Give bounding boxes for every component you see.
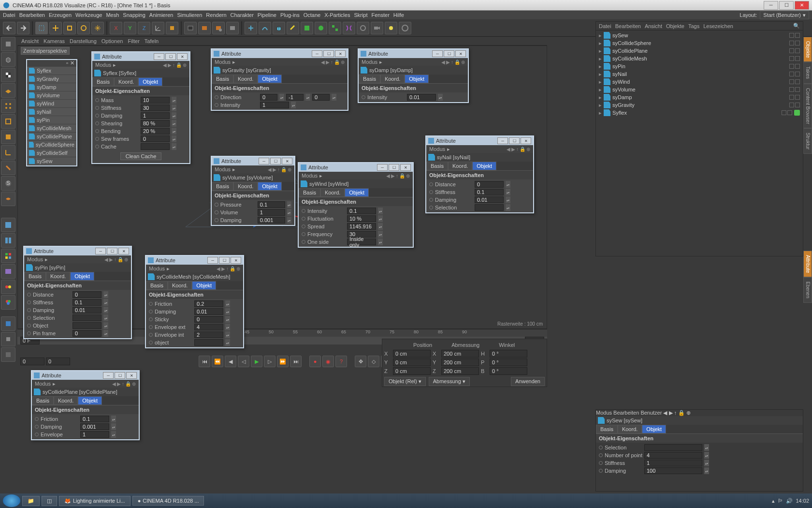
nav-back-icon[interactable]: ◀ — [321, 60, 325, 65]
nav-back-icon[interactable]: ◀ — [163, 62, 167, 68]
property-value-field[interactable]: 0.001 — [258, 217, 285, 224]
am-menu-item[interactable]: Modus — [596, 410, 612, 416]
tab-koord[interactable]: Koord. — [320, 188, 345, 197]
clean-cache-button[interactable]: Clean Cache — [120, 152, 162, 160]
list-item[interactable]: syCollideSphere — [27, 141, 76, 149]
dimension-field[interactable]: 200 cm — [441, 359, 479, 366]
property-value-field[interactable]: 1 — [80, 431, 109, 438]
modus-menu[interactable]: Modus — [429, 146, 445, 152]
stepper[interactable]: ▴▾ — [103, 307, 108, 314]
property-value-field[interactable]: 0 — [72, 291, 102, 298]
menu-item[interactable]: X-Particles — [324, 12, 350, 18]
tab-objekt[interactable]: Objekt — [345, 188, 369, 197]
tab-koord[interactable]: Koord. — [54, 396, 78, 405]
stepper[interactable]: ▴▾ — [378, 223, 383, 230]
nav-up-icon[interactable]: ↑ — [396, 173, 398, 179]
menu-item[interactable]: Rendern — [206, 12, 226, 18]
render-region[interactable] — [198, 22, 211, 34]
move-tool[interactable] — [49, 22, 62, 34]
play-button[interactable]: ▶ — [251, 356, 262, 367]
stepper[interactable]: ▴▾ — [103, 330, 108, 337]
panel-min-button[interactable]: ─ — [207, 257, 218, 264]
object-row[interactable]: ▸sySew — [597, 31, 802, 39]
model-mode[interactable] — [1, 37, 15, 51]
property-value-field[interactable]: 4 — [644, 452, 702, 459]
stepper[interactable]: ▴▾ — [704, 444, 709, 451]
tray-icon[interactable]: 🔊 — [786, 498, 793, 504]
point-mode[interactable] — [1, 99, 15, 113]
panel-titlebar[interactable]: Attribute ─☐✕ — [24, 247, 131, 255]
panel-max-button[interactable]: ☐ — [444, 50, 454, 57]
property-value-field[interactable]: 80 % — [141, 120, 170, 127]
nav-fwd-icon[interactable]: ▶ — [109, 257, 113, 262]
panel-min-button[interactable]: ─ — [497, 137, 508, 144]
menu-item[interactable]: Octane — [304, 12, 320, 18]
stepper[interactable]: ▴▾ — [172, 120, 176, 127]
property-value-field[interactable]: 0.1 — [347, 208, 376, 214]
menu-item[interactable]: Bearbeiten — [19, 12, 45, 18]
goto-end-button[interactable]: ⏭ — [290, 356, 302, 367]
help-icon[interactable] — [1, 347, 15, 362]
tab-koord[interactable]: Koord. — [46, 272, 70, 281]
property-value-field[interactable]: 0 — [194, 316, 223, 323]
stepper[interactable]: ▴▾ — [111, 423, 116, 430]
stepper[interactable]: ▴▾ — [291, 102, 296, 108]
tab-basis[interactable]: Basis — [212, 75, 233, 83]
nav-up-icon[interactable]: ↑ — [331, 60, 333, 65]
list-item[interactable]: syNail — [27, 108, 76, 116]
property-value-field[interactable]: 0.01 — [475, 196, 504, 203]
color-chooser[interactable] — [1, 280, 15, 294]
new-icon[interactable]: ⊕ — [406, 173, 410, 179]
taskbar-item[interactable]: 📁 — [22, 496, 40, 506]
property-value-field[interactable]: 0.001 — [80, 423, 109, 430]
panel-close-button[interactable]: ✕ — [335, 50, 346, 57]
object-row[interactable]: ▸syCollidePlane — [597, 47, 802, 55]
tab-objekt[interactable]: Objekt — [258, 75, 282, 83]
list-item[interactable]: sySew — [27, 157, 76, 165]
modus-menu[interactable]: Modus — [27, 256, 43, 262]
panel-titlebar[interactable]: Attribute ─☐✕ — [212, 49, 348, 58]
panel-max-button[interactable]: ☐ — [107, 248, 117, 254]
menu-item[interactable]: Pipeline — [258, 12, 276, 18]
keyframe-button[interactable]: ? — [335, 356, 347, 367]
list-item[interactable]: syVolume — [27, 91, 76, 100]
environment[interactable] — [357, 22, 369, 34]
property-value-field[interactable]: 4 — [194, 324, 223, 330]
menu-item[interactable]: Animieren — [149, 12, 174, 18]
lock-icon[interactable]: 🔒 — [454, 60, 460, 65]
menu-item[interactable]: Fenster — [372, 12, 390, 18]
layout-dropdown[interactable]: Start (Benutzer)▾ — [760, 11, 809, 19]
modus-menu[interactable]: Modus — [362, 59, 377, 65]
new-icon[interactable]: ⊕ — [124, 257, 128, 262]
list-item[interactable]: syGravity — [27, 75, 76, 83]
tab-objekt[interactable]: Objekt — [78, 396, 102, 405]
tab-basis[interactable]: Basis — [24, 272, 46, 281]
panel-min-button[interactable]: ─ — [154, 53, 164, 60]
panel-max-button[interactable]: ☐ — [115, 372, 125, 379]
object-row[interactable]: ▸syCollideSphere — [597, 39, 802, 47]
edge-mode[interactable] — [1, 114, 15, 129]
nav-back-icon[interactable]: ◀ — [441, 60, 445, 65]
panel-titlebar[interactable]: Attribute ─☐✕ — [212, 157, 294, 165]
stepper[interactable]: ▴▾ — [225, 316, 230, 323]
object-row[interactable]: ▸syPin — [597, 62, 802, 70]
stepper[interactable]: ▴▾ — [704, 452, 709, 459]
property-value-field[interactable]: 10 — [141, 97, 170, 104]
tab-struktur[interactable]: Struktur — [803, 128, 812, 154]
property-value-field[interactable]: 0 — [312, 94, 330, 101]
object-row[interactable]: ▸Syflex — [597, 109, 802, 117]
nav-up-icon[interactable]: ↑ — [451, 60, 453, 65]
panel-close-button[interactable]: ✕ — [177, 53, 188, 60]
property-value-field[interactable]: 10 % — [347, 215, 376, 222]
stepper[interactable]: ▴▾ — [225, 308, 230, 315]
tab-basis[interactable]: Basis — [596, 425, 618, 433]
am-menu-item[interactable]: Bearbeiten — [613, 410, 639, 416]
lock-icon[interactable]: 🔒 — [334, 60, 340, 65]
tab-basis[interactable]: Basis — [32, 396, 54, 405]
camera-tool[interactable] — [371, 22, 383, 34]
x-axis-lock[interactable]: X — [110, 22, 122, 34]
property-value-field[interactable]: 1 — [260, 102, 289, 108]
nav-up-icon[interactable]: ↑ — [173, 62, 175, 68]
panel-max-button[interactable]: ☐ — [165, 53, 176, 60]
tab-objekt[interactable]: Objekt — [642, 425, 666, 433]
